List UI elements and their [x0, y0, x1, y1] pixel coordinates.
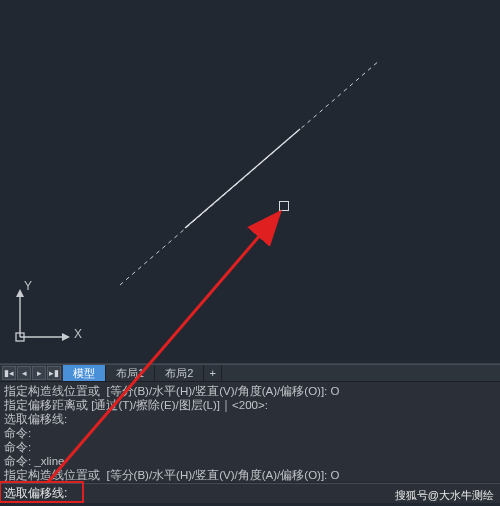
- tab-nav-group: ▮◂ ◂ ▸ ▸▮: [0, 365, 63, 381]
- watermark-text: 搜狐号@大水牛测绘: [395, 488, 494, 503]
- svg-rect-6: [16, 333, 24, 341]
- drawing-canvas[interactable]: Y X: [0, 0, 500, 364]
- svg-line-1: [185, 129, 300, 228]
- svg-line-0: [120, 60, 380, 285]
- svg-marker-3: [16, 289, 24, 297]
- layout-tabs-bar: ▮◂ ◂ ▸ ▸▮ 模型 布局1 布局2 +: [0, 364, 500, 382]
- tab-prev-button[interactable]: ◂: [17, 366, 31, 380]
- cmd-line: 选取偏移线:: [4, 413, 67, 425]
- cmd-line: 指定构造线位置或 [等分(B)/水平(H)/竖直(V)/角度(A)/偏移(O)]…: [4, 469, 339, 481]
- tab-last-button[interactable]: ▸▮: [47, 366, 61, 380]
- tab-next-button[interactable]: ▸: [32, 366, 46, 380]
- command-prompt: 选取偏移线:: [4, 485, 67, 502]
- cmd-line: 命令:: [4, 427, 31, 439]
- tab-model[interactable]: 模型: [63, 365, 106, 381]
- ucs-y-label: Y: [24, 279, 32, 293]
- tab-first-button[interactable]: ▮◂: [2, 366, 16, 380]
- command-history[interactable]: 指定构造线位置或 [等分(B)/水平(H)/竖直(V)/角度(A)/偏移(O)]…: [0, 382, 500, 482]
- tab-add-button[interactable]: +: [204, 365, 222, 381]
- tab-layout1[interactable]: 布局1: [106, 365, 155, 381]
- pickbox-cursor: [279, 201, 289, 211]
- cmd-line: 命令:: [4, 441, 31, 453]
- ucs-icon: Y X: [14, 287, 74, 347]
- ucs-x-label: X: [74, 327, 82, 341]
- svg-marker-5: [62, 333, 70, 341]
- cmd-line: 指定偏移距离或 [通过(T)/擦除(E)/图层(L)]｜<200>:: [4, 399, 268, 411]
- cmd-line: 命令: _xline: [4, 455, 64, 467]
- cmd-line: 指定构造线位置或 [等分(B)/水平(H)/竖直(V)/角度(A)/偏移(O)]…: [4, 385, 339, 397]
- tab-layout2[interactable]: 布局2: [155, 365, 204, 381]
